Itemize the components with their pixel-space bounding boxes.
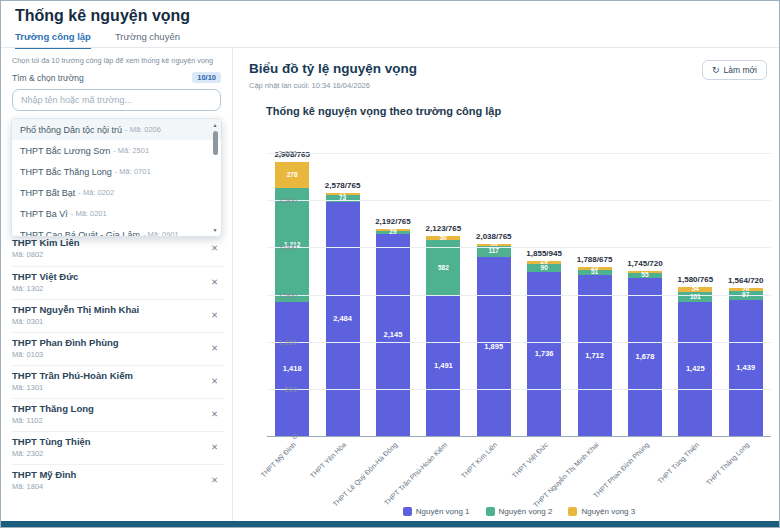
dropdown-item[interactable]: THPT Bắc Thăng Long- Mã: 0701 — [12, 161, 221, 182]
y-axis-tick: 1,500 — [278, 290, 297, 299]
segment-value: 1,736 — [535, 350, 554, 358]
search-row: Tìm & chọn trường 10/10 — [12, 72, 221, 83]
bar-segment[interactable]: 1,439 — [729, 300, 763, 436]
bar-segment[interactable]: 101 — [678, 292, 712, 302]
segment-value: 1,439 — [736, 364, 755, 372]
bar-segment[interactable]: 1,425 — [678, 302, 712, 436]
selected-school-item: THPT Tùng ThiệnMã: 2302✕ — [12, 431, 224, 464]
bar-total-label: 2,578/765 — [325, 181, 361, 190]
x-axis-label: THPT Kim Liên — [460, 441, 498, 479]
remove-school-icon[interactable]: ✕ — [211, 343, 218, 353]
school-code: Mã: 1301 — [12, 383, 224, 392]
bar-segment[interactable]: 1,736 — [527, 272, 561, 436]
school-search-input[interactable] — [12, 89, 221, 111]
y-axis-tick: 3,000 — [278, 149, 297, 158]
selected-school-item: THPT Kim LiênMã: 0802✕ — [12, 233, 224, 266]
bar-segment[interactable]: 1,895 — [477, 257, 511, 436]
dropdown-scrollbar[interactable]: ▲ ▼ — [210, 120, 220, 235]
scroll-thumb[interactable] — [213, 131, 218, 155]
school-name: THPT Thăng Long — [12, 403, 224, 414]
bar-total-label: 1,580/765 — [678, 275, 714, 284]
segment-value: 1,712 — [585, 352, 604, 360]
school-name: THPT Nguyễn Thị Minh Khai — [12, 304, 224, 315]
dropdown-item-code: - Mã: 0201 — [71, 209, 107, 218]
count-badge: 10/10 — [192, 72, 221, 83]
dropdown-item-code: - Mã: 2501 — [113, 146, 149, 155]
refresh-button[interactable]: ↻ Làm mới — [702, 60, 767, 80]
remove-school-icon[interactable]: ✕ — [211, 243, 218, 253]
selected-school-item: THPT Việt ĐứcMã: 1302✕ — [12, 266, 224, 299]
scroll-up-icon[interactable]: ▲ — [211, 122, 219, 128]
app-window: Thống kê nguyện vọng Trường công lậpTrườ… — [0, 0, 780, 528]
gridline — [267, 342, 771, 343]
remove-school-icon[interactable]: ✕ — [211, 475, 218, 485]
dropdown-item[interactable]: THPT Cao Bá Quát - Gia Lâm- Mã: 0901 — [12, 224, 221, 237]
bar-total-label: 2,192/765 — [375, 217, 411, 226]
bar-segment[interactable]: 278 — [275, 162, 309, 188]
bar-segment[interactable]: 582 — [426, 240, 460, 295]
gridline — [267, 247, 771, 248]
chart-panel: Biểu đồ tỷ lệ nguyện vọng Cập nhật lần c… — [233, 48, 779, 521]
bar-segment[interactable]: 1,678 — [628, 278, 662, 436]
bar-segment[interactable]: 2,484 — [326, 202, 360, 436]
school-code: Mã: 0802 — [12, 250, 224, 259]
bar-segment[interactable]: 1,491 — [426, 295, 460, 436]
bar-segment[interactable]: 2,145 — [376, 234, 410, 436]
remove-school-icon[interactable]: ✕ — [211, 310, 218, 320]
bars-area: 2781,2121,4182,908/765THPT Mỹ Đình21732,… — [267, 153, 771, 436]
legend-item[interactable]: Nguyện vọng 2 — [486, 507, 553, 516]
y-axis-tick: 500 — [284, 384, 297, 393]
dropdown-item-name: THPT Bất Bạt — [20, 188, 75, 198]
bar-segment[interactable]: 1,418 — [275, 302, 309, 436]
remove-school-icon[interactable]: ✕ — [211, 442, 218, 452]
chart-plot: 2781,2121,4182,908/765THPT Mỹ Đình21732,… — [233, 153, 771, 436]
school-dropdown: Phổ thông Dân tộc nội trú- Mã: 0206THPT … — [11, 118, 222, 237]
bar-segment[interactable]: 1,712 — [578, 275, 612, 436]
legend-item[interactable]: Nguyện vọng 3 — [568, 507, 635, 516]
segment-value: 97 — [742, 292, 749, 299]
x-axis-label: THPT Mỹ Đình — [260, 441, 298, 479]
legend-label: Nguyện vọng 2 — [499, 507, 553, 516]
remove-school-icon[interactable]: ✕ — [211, 376, 218, 386]
segment-value: 1,418 — [283, 365, 302, 373]
dropdown-item[interactable]: THPT Bất Bạt- Mã: 0202 — [12, 182, 221, 203]
dropdown-item-code: - Mã: 0701 — [115, 167, 151, 176]
legend-label: Nguyện vọng 1 — [416, 507, 470, 516]
selected-school-item: THPT Thăng LongMã: 1102✕ — [12, 398, 224, 431]
legend-item[interactable]: Nguyện vọng 1 — [403, 507, 470, 516]
segment-value: 582 — [438, 265, 449, 272]
remove-school-icon[interactable]: ✕ — [211, 277, 218, 287]
segment-value: 278 — [287, 172, 298, 179]
school-code: Mã: 0103 — [12, 350, 224, 359]
bar-segment[interactable]: 90 — [527, 264, 561, 272]
dropdown-item-code: - Mã: 0206 — [125, 125, 161, 134]
dropdown-item[interactable]: Phổ thông Dân tộc nội trú- Mã: 0206 — [12, 119, 221, 140]
legend-swatch — [403, 507, 412, 516]
gridline — [267, 436, 771, 437]
dropdown-item-name: THPT Cao Bá Quát - Gia Lâm — [20, 230, 140, 238]
dropdown-item[interactable]: THPT Ba Vì- Mã: 0201 — [12, 203, 221, 224]
page-title: Thống kê nguyện vọng — [15, 7, 190, 25]
legend-label: Nguyện vọng 3 — [581, 507, 635, 516]
school-code: Mã: 1302 — [12, 284, 224, 293]
x-axis-label: THPT Tùng Thiện — [656, 441, 700, 485]
legend-swatch — [568, 507, 577, 516]
bar-total-label: 2,038/765 — [476, 232, 512, 241]
dropdown-item-code: - Mã: 0202 — [78, 188, 114, 197]
dropdown-item[interactable]: THPT Bắc Lương Sơn- Mã: 2501 — [12, 140, 221, 161]
bar-total-label: 1,745/720 — [627, 259, 663, 268]
x-axis-label: THPT Yên Hòa — [309, 441, 347, 479]
segment-value: 1,491 — [434, 362, 453, 370]
legend-swatch — [486, 507, 495, 516]
scroll-down-icon[interactable]: ▼ — [211, 227, 219, 233]
selected-school-item: THPT Nguyễn Thị Minh KhaiMã: 0301✕ — [12, 299, 224, 332]
school-name: THPT Trần Phú-Hoàn Kiếm — [12, 370, 224, 381]
remove-school-icon[interactable]: ✕ — [211, 409, 218, 419]
chart-legend: Nguyện vọng 1Nguyện vọng 2Nguyện vọng 3 — [267, 507, 771, 516]
segment-value: 1,678 — [636, 353, 655, 361]
selected-school-list: THPT Kim LiênMã: 0802✕THPT Việt ĐứcMã: 1… — [12, 233, 224, 497]
gridline — [267, 295, 771, 296]
selected-school-item: THPT Trần Phú-Hoàn KiếmMã: 1301✕ — [12, 365, 224, 398]
bar-segment[interactable]: 97 — [729, 291, 763, 300]
refresh-icon: ↻ — [712, 66, 720, 75]
